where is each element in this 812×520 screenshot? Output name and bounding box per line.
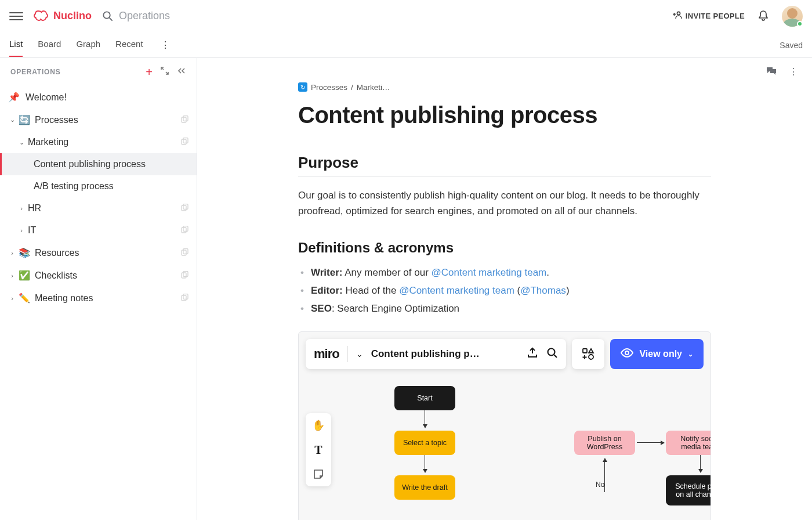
mention[interactable]: @Content marketing team — [432, 267, 547, 278]
menu-icon[interactable] — [9, 9, 23, 23]
search[interactable]: Operations — [102, 10, 673, 22]
list-item[interactable]: Writer: Any member of our @Content marke… — [298, 264, 711, 282]
heading-definitions[interactable]: Definitions & acronyms — [298, 240, 711, 256]
tab-more-icon[interactable]: ⋮ — [158, 39, 172, 50]
chevron-right-icon: › — [8, 295, 16, 302]
svg-rect-5 — [182, 117, 186, 122]
svg-line-20 — [554, 355, 557, 358]
saved-status: Saved — [780, 41, 803, 50]
flow-node-schedule: Schedule posts on all channels — [666, 475, 711, 505]
purpose-text[interactable]: Our goal is to consistently publish high… — [298, 187, 711, 219]
tab-list[interactable]: List — [9, 33, 23, 57]
view-tabs: List Board Graph Recent ⋮ — [9, 33, 172, 57]
chevron-right-icon: › — [8, 272, 16, 279]
miro-logo[interactable]: miro — [314, 346, 339, 362]
tab-board[interactable]: Board — [38, 33, 61, 57]
copy-icon — [181, 137, 188, 147]
copy-icon — [181, 225, 188, 236]
search-icon[interactable] — [546, 347, 558, 361]
tree-item-ab-testing[interactable]: A/B testing process — [0, 175, 197, 197]
tree-item-hr[interactable]: › HR — [0, 197, 197, 219]
miro-tools: ✋ T — [306, 413, 331, 486]
logo[interactable]: Nuclino — [34, 10, 92, 23]
recycle-icon: ↻ — [298, 82, 307, 92]
tree-item-welcome[interactable]: 📌 Welcome! — [0, 86, 197, 109]
breadcrumb-item[interactable]: Processes — [311, 83, 347, 92]
arrow — [425, 410, 425, 428]
miro-dropdown-icon[interactable]: ⌄ — [356, 349, 363, 359]
invite-label: INVITE PEOPLE — [686, 12, 745, 20]
tree-item-marketing[interactable]: ⌄ Marketing — [0, 131, 197, 153]
svg-point-24 — [589, 355, 593, 359]
chevron-down-icon: ⌄ — [8, 116, 16, 124]
content-area: ⋮ ↻ Processes / Marketi… Content publish… — [197, 58, 812, 520]
tree-label: Processes — [35, 115, 78, 125]
tree-label: Welcome! — [26, 92, 67, 103]
tree-item-content-publishing[interactable]: Content publishing process — [0, 153, 197, 175]
doc-more-icon[interactable]: ⋮ — [789, 66, 798, 79]
tree-label: Content publishing process — [34, 159, 146, 169]
flow-node-publish: Publish on WordPress — [574, 431, 635, 455]
miro-shapes-button[interactable] — [572, 339, 604, 369]
miro-title-bar: miro ⌄ Content publishing p… — [306, 339, 566, 369]
tree-label: Meeting notes — [35, 293, 93, 304]
recycle-icon: 🔄 — [19, 114, 30, 125]
miro-view-button[interactable]: View only ⌄ — [610, 339, 704, 369]
arrow — [425, 455, 425, 472]
collapse-icon[interactable] — [177, 67, 186, 77]
svg-rect-10 — [183, 204, 188, 210]
chevron-right-icon: › — [17, 227, 26, 234]
tree-label: Resources — [35, 248, 79, 258]
tree-item-resources[interactable]: › 📚 Resources — [0, 241, 197, 264]
copy-icon — [181, 248, 188, 258]
avatar[interactable] — [782, 6, 803, 27]
list-item[interactable]: Editor: Head of the @Content marketing t… — [298, 282, 711, 300]
export-icon[interactable] — [527, 347, 538, 361]
add-icon[interactable]: + — [146, 66, 153, 78]
chevron-down-icon: ⌄ — [688, 351, 693, 358]
hand-tool[interactable]: ✋ — [306, 413, 331, 438]
page-title[interactable]: Content publishing process — [298, 102, 711, 128]
svg-rect-9 — [182, 205, 186, 211]
svg-rect-11 — [182, 228, 186, 233]
bell-icon[interactable] — [757, 10, 769, 23]
doc-body: ↻ Processes / Marketi… Content publishin… — [284, 82, 725, 520]
tree-item-checklists[interactable]: › ✅ Checklists — [0, 264, 197, 287]
sidebar-title: OPERATIONS — [10, 68, 146, 76]
heading-purpose[interactable]: Purpose — [298, 154, 711, 177]
svg-point-19 — [548, 349, 555, 356]
view-label: View only — [639, 349, 682, 359]
flow-label-no: No — [596, 481, 604, 489]
note-tool[interactable] — [306, 462, 331, 486]
tree-item-processes[interactable]: ⌄ 🔄 Processes — [0, 109, 197, 131]
eye-icon — [621, 348, 633, 360]
svg-rect-16 — [183, 271, 188, 276]
tree-label: IT — [28, 225, 36, 236]
list-item[interactable]: SEO: Search Engine Optimization — [298, 300, 711, 318]
tab-recent[interactable]: Recent — [115, 33, 143, 57]
mention[interactable]: @Content marketing team — [399, 285, 514, 296]
tree-item-meeting-notes[interactable]: › ✏️ Meeting notes — [0, 287, 197, 309]
invite-icon — [673, 11, 682, 21]
tree-item-it[interactable]: › IT — [0, 219, 197, 241]
comments-icon[interactable] — [766, 66, 777, 79]
topbar-right: INVITE PEOPLE — [673, 6, 803, 27]
arrow — [637, 442, 664, 443]
tab-graph[interactable]: Graph — [76, 33, 100, 57]
breadcrumb[interactable]: ↻ Processes / Marketi… — [298, 82, 711, 92]
invite-people-button[interactable]: INVITE PEOPLE — [673, 11, 745, 21]
search-placeholder: Operations — [119, 10, 170, 22]
sidebar: OPERATIONS + 📌 Welcome! ⌄ 🔄 Processes ⌄ … — [0, 58, 197, 520]
text-tool[interactable]: T — [306, 438, 331, 462]
mention[interactable]: @Thomas — [520, 285, 566, 296]
miro-embed: miro ⌄ Content publishing p… View only ⌄ — [298, 331, 711, 520]
search-icon — [102, 10, 113, 21]
svg-line-1 — [110, 18, 112, 20]
tree-label: Marketing — [28, 137, 68, 147]
breadcrumb-item[interactable]: Marketi… — [357, 83, 390, 92]
tree-label: Checklists — [35, 270, 77, 281]
expand-icon[interactable] — [161, 67, 169, 77]
miro-board-title[interactable]: Content publishing p… — [371, 348, 519, 360]
status-indicator — [797, 21, 803, 27]
svg-rect-14 — [183, 248, 188, 254]
